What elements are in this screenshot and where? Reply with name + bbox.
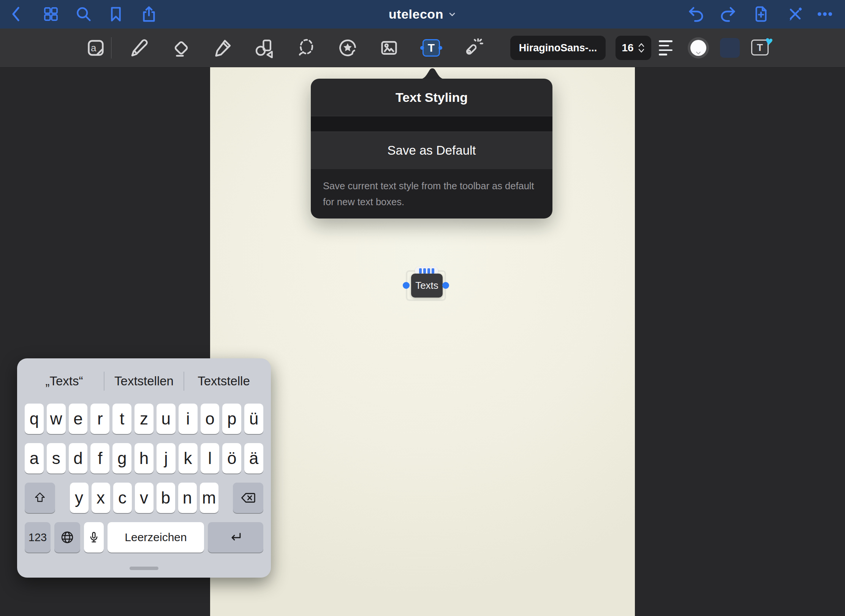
- key-d[interactable]: d: [69, 443, 88, 473]
- key-ä[interactable]: ä: [244, 443, 263, 473]
- backspace-key[interactable]: [233, 483, 263, 513]
- key-u[interactable]: u: [157, 404, 176, 434]
- selection-handle-left[interactable]: [403, 282, 410, 289]
- suggestion-3[interactable]: Textstelle: [184, 374, 263, 388]
- shift-icon: [33, 491, 47, 505]
- more-options-button[interactable]: [816, 5, 834, 23]
- return-icon: [228, 530, 243, 545]
- align-line: [659, 54, 667, 55]
- key-s[interactable]: s: [47, 443, 66, 473]
- key-w[interactable]: w: [47, 404, 66, 434]
- save-as-default-button[interactable]: Save as Default: [311, 132, 552, 169]
- key-y[interactable]: y: [70, 483, 89, 513]
- key-b[interactable]: b: [157, 483, 175, 513]
- numbers-key[interactable]: 123: [25, 522, 51, 553]
- floating-keyboard: „Texts“TextstellenTextstelle qwertzuiopü…: [17, 358, 271, 578]
- search-icon: [75, 6, 92, 22]
- eraser-tool[interactable]: [170, 36, 193, 59]
- space-key[interactable]: Leerzeichen: [108, 522, 204, 553]
- popup-arrow: [420, 67, 445, 79]
- chevron-down-icon: [695, 51, 702, 56]
- page-thumbnails-button[interactable]: [42, 5, 60, 23]
- suggestion-1[interactable]: „Texts“: [25, 374, 104, 388]
- add-page-icon: [752, 5, 770, 23]
- pen-tool[interactable]: [128, 36, 150, 59]
- keyboard-drag-handle[interactable]: [130, 567, 158, 570]
- key-e[interactable]: e: [69, 404, 88, 434]
- elements-tool[interactable]: [336, 36, 359, 59]
- text-styling-popup: Text Styling Save as Default Save curren…: [311, 79, 552, 219]
- top-navigation-bar: utelecon: [0, 0, 845, 29]
- key-ö[interactable]: ö: [222, 443, 241, 473]
- suggestion-2[interactable]: Textstellen: [104, 374, 184, 388]
- font-size-stepper[interactable]: 16: [616, 36, 651, 60]
- font-family-label: HiraginoSans-...: [519, 42, 597, 54]
- key-i[interactable]: i: [179, 404, 198, 434]
- read-mode-tool[interactable]: a: [84, 36, 107, 59]
- key-r[interactable]: r: [90, 404, 109, 434]
- popup-separator-row: [311, 116, 552, 132]
- thumbnails-grid-icon: [43, 6, 59, 22]
- favorite-text-style-button[interactable]: T ♥: [751, 40, 769, 55]
- stepper-chevrons-icon: [638, 42, 645, 54]
- key-n[interactable]: n: [178, 483, 197, 513]
- font-size-value: 16: [622, 42, 633, 54]
- add-page-button[interactable]: [752, 5, 770, 23]
- key-o[interactable]: o: [201, 404, 220, 434]
- key-q[interactable]: q: [25, 404, 44, 434]
- dictation-key[interactable]: [84, 522, 104, 553]
- shift-key[interactable]: [25, 483, 55, 513]
- key-m[interactable]: m: [200, 483, 218, 513]
- key-v[interactable]: v: [135, 483, 153, 513]
- share-button[interactable]: [140, 5, 158, 23]
- background-color-swatch[interactable]: [720, 38, 740, 58]
- key-x[interactable]: x: [92, 483, 110, 513]
- key-z[interactable]: z: [135, 404, 153, 434]
- shapes-tool[interactable]: [253, 36, 275, 59]
- image-tool[interactable]: [378, 36, 400, 59]
- bookmark-button[interactable]: [107, 5, 125, 23]
- goodnotes-app-screen: utelecon: [0, 0, 845, 616]
- key-c[interactable]: c: [113, 483, 132, 513]
- undo-button[interactable]: [687, 5, 705, 23]
- microphone-icon: [87, 530, 100, 544]
- shapes-icon: [254, 38, 274, 58]
- align-line: [659, 45, 669, 47]
- key-l[interactable]: l: [201, 443, 220, 473]
- drag-bar: [432, 268, 434, 274]
- text-tool-handle-dot: [438, 46, 442, 50]
- key-p[interactable]: p: [222, 404, 241, 434]
- font-family-button[interactable]: HiraginoSans-...: [510, 36, 606, 60]
- drag-bar: [419, 268, 422, 274]
- lasso-tool[interactable]: [295, 36, 318, 59]
- search-button[interactable]: [74, 5, 93, 23]
- chevron-down-icon: [448, 10, 456, 19]
- text-color-picker[interactable]: [688, 37, 709, 59]
- pen-mode-toggle-button[interactable]: [786, 5, 804, 23]
- text-box-content[interactable]: Texts: [411, 274, 443, 298]
- laser-pointer-tool[interactable]: [461, 36, 484, 59]
- key-k[interactable]: k: [179, 443, 198, 473]
- selection-handle-right[interactable]: [442, 282, 449, 289]
- key-ü[interactable]: ü: [244, 404, 263, 434]
- eraser-icon: [171, 38, 191, 58]
- text-align-button[interactable]: [659, 40, 680, 55]
- highlighter-tool[interactable]: [211, 36, 234, 59]
- key-g[interactable]: g: [112, 443, 131, 473]
- key-a[interactable]: a: [25, 443, 44, 473]
- key-h[interactable]: h: [135, 443, 153, 473]
- document-title-menu[interactable]: utelecon: [389, 0, 456, 29]
- align-line: [659, 49, 673, 51]
- drag-bar: [423, 268, 426, 274]
- globe-key[interactable]: [54, 522, 80, 553]
- redo-button[interactable]: [719, 5, 737, 23]
- pen-mode-toggle-icon: [787, 6, 804, 22]
- return-key[interactable]: [208, 522, 263, 553]
- key-t[interactable]: t: [112, 404, 131, 434]
- lasso-icon: [296, 38, 316, 58]
- key-f[interactable]: f: [90, 443, 109, 473]
- elements-star-icon: [337, 38, 358, 58]
- text-tool-selected[interactable]: T: [422, 39, 440, 57]
- key-j[interactable]: j: [157, 443, 176, 473]
- back-button[interactable]: [7, 5, 25, 23]
